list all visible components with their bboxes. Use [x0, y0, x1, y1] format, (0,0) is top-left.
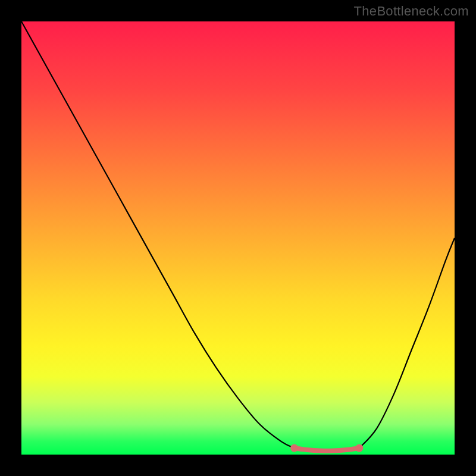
marker-sweet-start	[290, 444, 298, 452]
curve-left-segment	[21, 21, 295, 448]
sweet-spot-path	[295, 448, 359, 451]
marker-sweet-end	[355, 444, 363, 452]
chart-frame: TheBottleneck.com	[0, 0, 476, 476]
curve-right-segment	[359, 238, 455, 448]
chart-svg	[21, 21, 455, 455]
bottleneck-curve	[21, 21, 455, 448]
sweet-spot-band	[295, 448, 359, 451]
watermark-text: TheBottleneck.com	[354, 4, 469, 19]
plot-area	[21, 21, 455, 455]
